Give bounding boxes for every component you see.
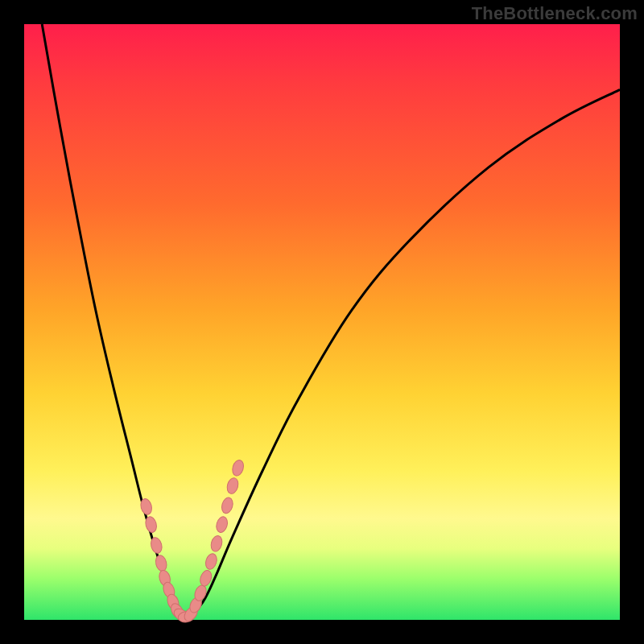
chart-stage: TheBottleneck.com (0, 0, 644, 644)
watermark-text: TheBottleneck.com (472, 3, 638, 24)
marker-dot (154, 554, 168, 572)
marker-dot (204, 552, 218, 571)
curve-svg (24, 24, 620, 620)
curve-path (42, 24, 620, 617)
marker-dot (220, 497, 234, 515)
marker-dot (225, 477, 240, 495)
plot-area (24, 24, 620, 620)
marker-dot (231, 459, 246, 477)
marker-dot (215, 515, 229, 534)
marker-dot (209, 535, 224, 553)
bottleneck-curve (42, 24, 620, 617)
